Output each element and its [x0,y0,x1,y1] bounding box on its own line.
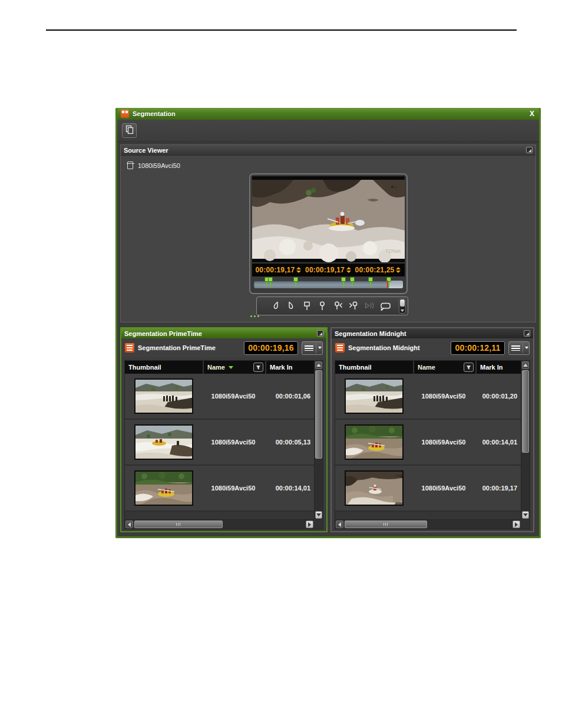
vertical-scrollbar[interactable] [521,361,530,519]
filter-button[interactable] [253,363,263,372]
segment-thumbnail[interactable] [134,424,193,460]
segment-thumbnail[interactable] [134,470,193,506]
segmentation-app-icon [121,110,129,118]
column-header-thumbnail[interactable]: Thumbnail [125,361,203,374]
close-button[interactable]: X [528,110,535,118]
scrollbar-thumb[interactable] [522,370,529,453]
panel-title: Segmentation PrimeTime [124,330,202,337]
player-frame: TDNet 00:00:19,17 00:00:19,17 00:00:21,2… [249,173,408,294]
segment-thumbnail[interactable] [345,424,404,460]
segment-thumbnail[interactable] [345,470,404,506]
clip-icon [127,162,133,169]
previous-marker-icon[interactable] [332,301,344,311]
scroll-left-button[interactable] [125,521,133,528]
duplicate-button[interactable] [122,123,137,138]
filter-button[interactable] [464,363,474,372]
source-viewer-title: Source Viewer [124,147,168,154]
mark-out-timecode[interactable]: 00:00:21,25 [355,266,401,274]
scrollbar-thumb[interactable] [134,521,223,528]
panel-timecode: 00:00:12,11 [451,341,505,355]
table-row[interactable]: 1080i59Avci50 00:00:14,01 [125,466,314,512]
timeline-marker[interactable] [268,277,273,282]
scroll-down-button[interactable] [522,511,529,519]
segment-markin: 00:00:05,13 [264,439,314,446]
mark-in-timecode[interactable]: 00:00:19,17 [256,266,302,274]
scrollbar-thumb[interactable] [345,521,427,528]
svg-text:TDNet: TDNet [385,248,401,254]
point-marker-icon[interactable] [316,301,328,311]
timeline-marker[interactable] [350,277,355,282]
playhead[interactable] [387,281,388,288]
undock-icon[interactable] [317,330,323,337]
clip-name: 1080i59Avci50 [138,162,180,169]
scroll-right-button[interactable] [306,521,313,528]
timeline-marker[interactable] [293,277,298,282]
segment-thumbnail[interactable] [345,378,404,414]
mark-in-icon[interactable] [270,301,282,311]
scroll-right-button[interactable] [513,521,520,528]
player-timeline[interactable] [254,281,403,288]
panel-label: Segmentation Midnight [348,344,420,351]
segment-list-icon [335,343,345,353]
flag-marker-icon[interactable] [301,301,313,311]
segment-markin: 00:00:14,01 [264,485,314,492]
player-toolbar [256,297,408,315]
video-frame[interactable]: TDNet [252,176,405,262]
horizontal-scrollbar[interactable] [125,519,314,529]
table-row[interactable]: 1080i59Avci50 00:00:01,20 [335,374,521,420]
table-row[interactable]: 1080i59Avci50 00:00:14,01 [335,420,521,466]
horizontal-scrollbar[interactable] [335,519,521,529]
column-header-name[interactable]: Name [414,361,475,374]
table-row[interactable]: 1080i59Avci50 00:00:05,13 [125,420,314,466]
play-to-out-icon[interactable] [363,301,375,311]
loop-icon[interactable] [379,301,392,311]
undock-icon[interactable] [524,330,530,337]
column-header-markin[interactable]: Mark In [477,361,521,374]
table-row[interactable]: 1080i59Avci50 00:00:19,17 [335,466,521,512]
scroll-up-button[interactable] [315,361,322,369]
segment-table: Thumbnail Name Mark In 1080i59Avci50 00:… [335,360,530,529]
scroll-up-button[interactable] [522,361,529,369]
timeline-marker[interactable] [341,277,346,282]
column-header-markin[interactable]: Mark In [266,361,314,374]
loaded-clip-row[interactable]: 1080i59Avci50 [121,156,535,171]
chevron-down-icon [318,347,322,349]
panel-titlebar[interactable]: Segmentation PrimeTime [121,328,326,338]
scroll-left-button[interactable] [336,521,343,528]
timecode-bar: 00:00:19,17 00:00:19,17 00:00:21,25 [252,263,405,276]
next-marker-icon[interactable] [348,301,359,311]
segment-name: 1080i59Avci50 [203,485,264,492]
spinner-icon[interactable] [296,267,301,273]
vertical-scrollbar[interactable] [314,361,323,519]
panel-segmentation-midnight: Segmentation Midnight Segmentation Midni… [330,327,534,532]
toolbar-scrollbar[interactable] [399,298,406,314]
mark-out-icon[interactable] [285,301,297,311]
segment-table: Thumbnail Name Mark In 1080i59Avci50 00:… [124,360,323,529]
segment-markin: 00:00:01,06 [264,393,314,400]
segment-thumbnail[interactable] [134,378,193,414]
toolbar-scrollbar-thumb[interactable] [400,299,405,307]
panel-menu-button[interactable] [302,341,323,355]
scroll-down-button[interactable] [315,511,322,519]
column-header-thumbnail[interactable]: Thumbnail [335,361,413,374]
position-timecode[interactable]: 00:00:19,17 [305,266,351,274]
scrollbar-thumb[interactable] [315,370,322,459]
window-titlebar[interactable]: Segmentation X [117,108,539,120]
table-row[interactable]: 1080i59Avci50 00:00:01,06 [125,374,314,420]
table-header: Thumbnail Name Mark In [335,361,530,374]
table-body: 1080i59Avci50 00:00:01,06 1080i59Avci50 … [125,374,314,519]
panel-titlebar[interactable]: Segmentation Midnight [332,328,533,338]
segment-name: 1080i59Avci50 [203,393,264,400]
chevron-down-icon [525,347,528,349]
main-toolbar [117,120,539,142]
spinner-icon[interactable] [346,267,351,273]
copy-icon [125,125,134,137]
panel-menu-button[interactable] [508,341,530,355]
spinner-icon[interactable] [396,267,401,273]
timeline-marker[interactable] [368,277,373,282]
source-viewer-panel: Source Viewer 1080i59Avci50 [120,144,536,322]
column-header-name[interactable]: Name [204,361,265,374]
segment-markin: 00:00:19,17 [474,485,521,492]
undock-icon[interactable] [526,147,533,153]
resize-grip-icon [250,315,259,317]
